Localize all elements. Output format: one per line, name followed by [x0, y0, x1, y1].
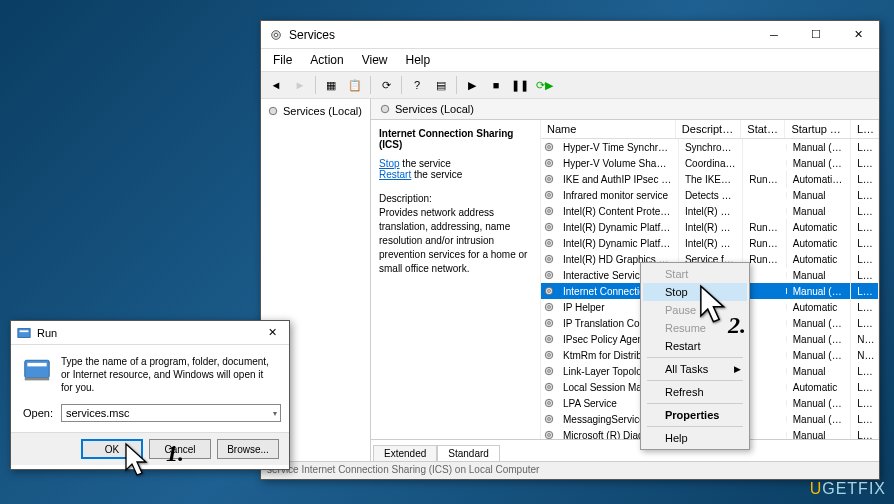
- ctx-start: Start: [643, 265, 747, 283]
- maximize-button[interactable]: ☐: [795, 21, 837, 49]
- col-status[interactable]: Status: [741, 120, 785, 138]
- back-button[interactable]: ◄: [265, 74, 287, 96]
- description-label: Description:: [379, 192, 532, 206]
- close-button[interactable]: ✕: [837, 21, 879, 49]
- tree-item-label: Services (Local): [283, 105, 362, 117]
- cell-log: Loc: [851, 395, 879, 412]
- cell-type: Manual (Trig...: [787, 139, 851, 156]
- table-row[interactable]: Hyper-V Volume Shadow C...Coordinates...…: [541, 155, 879, 171]
- ok-button[interactable]: OK: [81, 439, 143, 459]
- browse-button[interactable]: Browse...: [217, 439, 279, 459]
- cell-log: Loc: [851, 251, 879, 268]
- stop-link[interactable]: Stop: [379, 158, 400, 169]
- svg-point-2: [269, 107, 277, 115]
- table-row[interactable]: IKE and AuthIP IPsec Keying...The IKEEXT…: [541, 171, 879, 187]
- run-close-button[interactable]: ✕: [255, 321, 289, 345]
- content-area: Services (Local) Services (Local) Intern…: [261, 99, 879, 461]
- statusbar: service Internet Connection Sharing (ICS…: [261, 461, 879, 479]
- ctx-help[interactable]: Help: [643, 429, 747, 447]
- help-button[interactable]: ?: [406, 74, 428, 96]
- restart-link[interactable]: Restart: [379, 169, 411, 180]
- run-program-icon: [23, 355, 51, 383]
- run-dialog: Run ✕ Type the name of a program, folder…: [10, 320, 290, 470]
- cell-type: Manual: [787, 203, 851, 220]
- svg-point-7: [548, 162, 551, 165]
- separator: [647, 426, 743, 427]
- ctx-all-tasks[interactable]: All Tasks▶: [643, 360, 747, 378]
- separator: [370, 76, 371, 94]
- dropdown-icon[interactable]: ▾: [273, 409, 277, 418]
- forward-button[interactable]: ►: [289, 74, 311, 96]
- run-input-row: Open: ▾: [23, 404, 277, 422]
- menu-help[interactable]: Help: [398, 51, 439, 69]
- cell-log: Loc: [851, 379, 879, 396]
- export-button[interactable]: 📋: [344, 74, 366, 96]
- run-buttons: OK Cancel Browse...: [11, 432, 289, 465]
- table-row[interactable]: Intel(R) Dynamic Platform a...Intel(R) D…: [541, 235, 879, 251]
- cell-name: Intel(R) Content Protection ...: [557, 203, 679, 220]
- tab-standard[interactable]: Standard: [437, 445, 500, 461]
- cell-desc: Detects oth...: [679, 187, 743, 204]
- ctx-stop[interactable]: Stop: [643, 283, 747, 301]
- watermark: UGETFIX: [810, 480, 886, 498]
- pause-service-button[interactable]: ❚❚: [509, 74, 531, 96]
- menu-view[interactable]: View: [354, 51, 396, 69]
- refresh-button[interactable]: ⟳: [375, 74, 397, 96]
- run-command-input[interactable]: [61, 404, 281, 422]
- cell-type: Automatic: [787, 219, 851, 236]
- svg-point-17: [548, 242, 551, 245]
- gear-icon: [543, 333, 555, 345]
- cell-type: Manual: [787, 363, 851, 380]
- cell-type: Automatic: [787, 379, 851, 396]
- menu-file[interactable]: File: [265, 51, 300, 69]
- properties-button[interactable]: ▤: [430, 74, 452, 96]
- table-row[interactable]: Intel(R) Content Protection ...Intel(R) …: [541, 203, 879, 219]
- minimize-button[interactable]: ─: [753, 21, 795, 49]
- detail-pane: Internet Connection Sharing (ICS) Stop t…: [371, 120, 541, 439]
- table-row[interactable]: Infrared monitor serviceDetects oth...Ma…: [541, 187, 879, 203]
- cell-desc: Intel(R) Dyn...: [679, 235, 743, 252]
- svg-point-13: [548, 210, 551, 213]
- stop-service-button[interactable]: ■: [485, 74, 507, 96]
- svg-point-3: [381, 105, 389, 113]
- cell-desc: Intel(R) Dyn...: [679, 219, 743, 236]
- watermark-u: U: [810, 480, 823, 497]
- cell-status: [743, 160, 786, 166]
- cell-desc: Coordinates...: [679, 155, 743, 172]
- ctx-properties[interactable]: Properties: [643, 406, 747, 424]
- svg-rect-50: [25, 378, 50, 381]
- ctx-restart[interactable]: Restart: [643, 337, 747, 355]
- ctx-refresh[interactable]: Refresh: [643, 383, 747, 401]
- svg-point-11: [548, 194, 551, 197]
- cell-name: IKE and AuthIP IPsec Keying...: [557, 171, 679, 188]
- description-text: Provides network address translation, ad…: [379, 206, 532, 276]
- svg-point-19: [548, 258, 551, 261]
- menu-action[interactable]: Action: [302, 51, 351, 69]
- cell-status: Running: [743, 235, 786, 252]
- start-service-button[interactable]: ▶: [461, 74, 483, 96]
- watermark-rest: GETFIX: [822, 480, 886, 497]
- tab-extended[interactable]: Extended: [373, 445, 437, 461]
- col-logon[interactable]: Log: [851, 120, 879, 138]
- titlebar: Services ─ ☐ ✕: [261, 21, 879, 49]
- window-controls: ─ ☐ ✕: [753, 21, 879, 49]
- services-window: Services ─ ☐ ✕ File Action View Help ◄ ►…: [260, 20, 880, 480]
- restart-service-button[interactable]: ⟳▶: [533, 74, 555, 96]
- cell-status: Running: [743, 171, 786, 188]
- col-name[interactable]: Name: [541, 120, 676, 138]
- svg-rect-47: [20, 330, 29, 332]
- gear-icon: [543, 269, 555, 281]
- svg-point-39: [548, 418, 551, 421]
- cell-status: Running: [743, 219, 786, 236]
- tree-item-services-local[interactable]: Services (Local): [265, 103, 366, 119]
- col-startup-type[interactable]: Startup Type: [785, 120, 850, 138]
- svg-point-21: [548, 274, 551, 277]
- show-hide-button[interactable]: ▦: [320, 74, 342, 96]
- table-row[interactable]: Intel(R) Dynamic Platform a...Intel(R) D…: [541, 219, 879, 235]
- table-row[interactable]: Hyper-V Time Synchronizat...Synchronize.…: [541, 139, 879, 155]
- cell-type: Manual (Trig...: [787, 283, 851, 300]
- view-tabs: Extended Standard: [371, 439, 879, 461]
- col-description[interactable]: Description: [676, 120, 741, 138]
- cell-type: Manual (Trig...: [787, 411, 851, 428]
- cell-log: Loc: [851, 139, 879, 156]
